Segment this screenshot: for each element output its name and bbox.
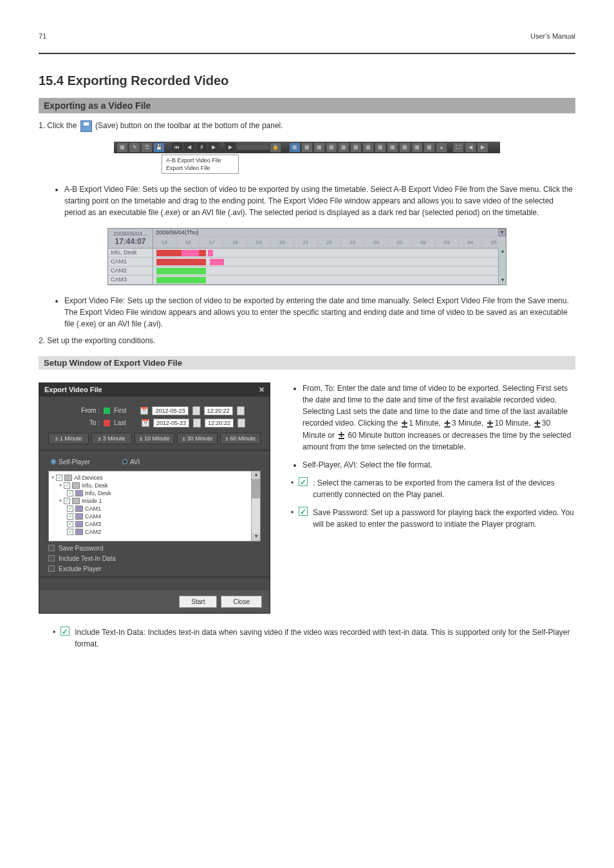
checkbox-icon [299, 477, 308, 486]
subsection-export-window: Setup Window of Export Video File [39, 356, 575, 370]
tb-grid-7-icon: ▦ [362, 142, 374, 153]
btn-3min: ± 3 Minute [91, 433, 132, 444]
tb-grid-6-icon: ▦ [350, 142, 362, 153]
plusminus-icon: ± [487, 418, 494, 429]
save-dropdown-menu: A-B Export Video File Export Video File [162, 155, 239, 174]
doc-title: User's Manual [530, 32, 575, 40]
camera-tree: ▾✓All Devices ▾✓Info, Desk ✓Info, Desk ▾… [48, 471, 261, 542]
tt-collapse-icon: ▾ [498, 229, 506, 236]
tb-grid-12-icon: ▦ [423, 142, 435, 153]
plusminus-icon: ± [444, 418, 451, 429]
tb-grid-1-icon: ▦ [289, 142, 301, 153]
tb-grid-11-icon: ▦ [411, 142, 423, 153]
close-icon: ✕ [259, 386, 265, 394]
first-checkbox-icon [104, 408, 110, 414]
exclude-player-checkbox-icon [48, 565, 55, 572]
step1-list-2: Export Video File: Sets up the section o… [64, 295, 575, 330]
plusminus-icon: ± [401, 418, 407, 429]
tb-caret-up-icon: ▴ [436, 142, 447, 153]
calendar-icon [142, 419, 149, 427]
plusminus-icon: ± [534, 418, 541, 429]
save-icon [80, 120, 92, 132]
tb-pause-icon: ⏸ [196, 142, 207, 153]
tb-lock-icon: 🔒 [270, 142, 281, 153]
tb-next-icon: ▶ [208, 142, 219, 153]
tb-layout-icon: ▦ [116, 142, 128, 153]
export-dialog-screenshot: Export Video File ✕ From : First 2012-05… [39, 382, 270, 614]
list-item-ab-export: A-B Export Video File: Sets up the secti… [64, 184, 575, 218]
page-number: 71 [39, 32, 46, 40]
btn-10min: ± 10 Minute [135, 433, 175, 444]
subsection-exporting-video-file: Exporting as a Video File [39, 98, 575, 113]
last-checkbox-icon [104, 420, 110, 426]
tb-left-icon: ◀ [465, 142, 476, 153]
start-button: Start [179, 596, 217, 608]
btn-60min: ± 60 Minute [220, 433, 261, 444]
tt-date-header: 2009/06/04(Thu) [153, 229, 506, 237]
tt-time-left: 17:44:07 [110, 237, 151, 246]
tb-grid-5-icon: ▦ [338, 142, 349, 153]
tb-slider [237, 145, 269, 150]
desc-from-to: From, To: Enter the date and time of vid… [302, 382, 575, 453]
tb-prev-icon: ◀ [183, 142, 195, 153]
spinner-icon: ▴▾ [237, 419, 245, 428]
step1-list: A-B Export Video File: Sets up the secti… [64, 184, 575, 218]
tb-full-icon: ⛶ [452, 142, 464, 153]
checkbox-icon [60, 627, 70, 636]
step-1-text: 1. Click the (Save) button on the toolba… [39, 120, 575, 132]
plusminus-icon: ± [338, 429, 344, 441]
tb-grid-3-icon: ▦ [313, 142, 325, 153]
tb-step-icon: ⏮ [171, 142, 183, 153]
tt-date-left: 2009/06/04... [110, 231, 151, 237]
tb-right-icon: ▶ [477, 142, 488, 153]
desc-save-password: • Save Password: Set up a password for p… [302, 507, 575, 530]
radio-selfplayer-icon [51, 459, 56, 464]
tb-grid-9-icon: ▦ [387, 142, 398, 153]
tb-grid-4-icon: ▦ [326, 142, 337, 153]
tb-grid-10-icon: ▦ [399, 142, 411, 153]
spinner-icon: ▴▾ [192, 406, 200, 415]
include-textin-checkbox-icon [48, 555, 55, 561]
scroll-up-icon: ▴ [499, 248, 506, 256]
btn-1min: ± 1 Minute [48, 433, 89, 444]
menu-ab-export: A-B Export Video File [165, 156, 236, 164]
toolbar-screenshot: ▦ ✎ ☰ 💾 ⏮ ◀ ⏸ ▶ ▶ 🔒 ▦ ▦ ▦ ▦ ▦ ▦ ▦ ▦ ▦ ▦ … [114, 142, 500, 174]
checkbox-icon [299, 507, 308, 516]
close-button: Close [221, 596, 262, 608]
section-title: 15.4 Exporting Recorded Video [39, 73, 575, 88]
tb-tool-icon: ✎ [129, 142, 140, 153]
list-item-export: Export Video File: Sets up the section o… [64, 295, 575, 330]
scroll-down-icon: ▾ [499, 277, 506, 285]
save-password-checkbox-icon [48, 545, 55, 551]
menu-export: Export Video File [165, 164, 236, 172]
tb-grid-8-icon: ▦ [375, 142, 386, 153]
dialog-title: Export Video File [44, 386, 102, 394]
desc-cameras: • : Select the cameras to be exported fr… [302, 477, 575, 500]
timetable-screenshot: 2009/06/04... 17:44:07 2009/06/04(Thu) 1… [107, 228, 507, 285]
desc-format: Self-Player, AVI: Select the file format… [302, 459, 575, 471]
document-header: 71 User's Manual [39, 32, 575, 54]
tb-grid-2-icon: ▦ [301, 142, 313, 153]
calendar-icon [140, 407, 148, 415]
spinner-icon: ▴▾ [237, 406, 245, 415]
tb-play-icon: ▶ [225, 142, 236, 153]
bottom-bullets: • Include Text-In Data: Includes text-in… [64, 627, 575, 650]
export-description: From, To: Enter the date and time of vid… [290, 382, 575, 614]
desc-textin: • Include Text-In Data: Includes text-in… [64, 627, 575, 650]
spinner-icon: ▴▾ [193, 419, 201, 428]
step-2-text: 2. Set up the exporting conditions. [39, 335, 575, 346]
tb-save-icon: 💾 [153, 142, 165, 153]
btn-30min: ± 30 Minute [177, 433, 218, 444]
radio-avi-icon [122, 459, 127, 464]
tb-list-icon: ☰ [141, 142, 153, 153]
